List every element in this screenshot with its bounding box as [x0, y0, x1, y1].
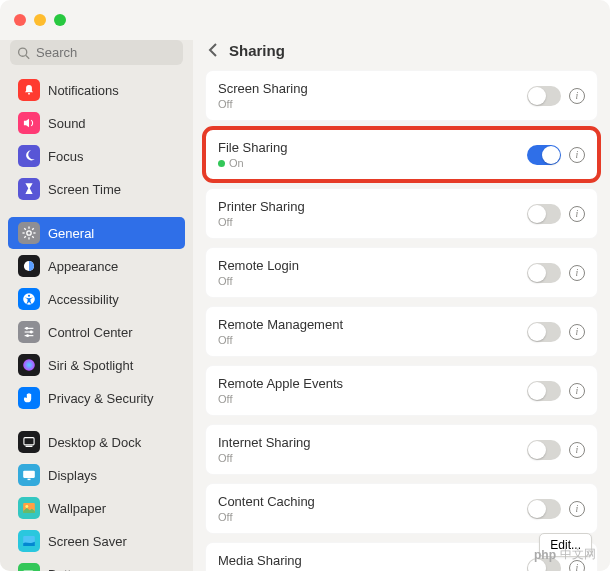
sidebar-item-label: Desktop & Dock — [48, 435, 141, 450]
sidebar-item-wallpaper[interactable]: Wallpaper — [8, 492, 185, 524]
toggle-remote-management[interactable] — [527, 322, 561, 342]
row-title: Remote Apple Events — [218, 376, 527, 391]
sound-icon — [18, 112, 40, 134]
sidebar-item-general[interactable]: General — [8, 217, 185, 249]
row-title: File Sharing — [218, 140, 527, 155]
sidebar-item-screensaver[interactable]: Screen Saver — [8, 525, 185, 557]
sidebar-item-battery[interactable]: Battery — [8, 558, 185, 571]
desktopdock-icon — [18, 431, 40, 453]
row-status: Off — [218, 511, 527, 523]
notifications-icon — [18, 79, 40, 101]
info-icon[interactable]: i — [569, 265, 585, 281]
sidebar-item-label: Screen Saver — [48, 534, 127, 549]
row-status: On — [218, 157, 527, 169]
toggle-printer-sharing[interactable] — [527, 204, 561, 224]
displays-icon — [18, 464, 40, 486]
page-title: Sharing — [229, 42, 285, 59]
info-icon[interactable]: i — [569, 501, 585, 517]
sidebar-item-desktopdock[interactable]: Desktop & Dock — [8, 426, 185, 458]
svg-point-14 — [28, 295, 30, 297]
toggle-file-sharing[interactable] — [527, 145, 561, 165]
row-status: Off — [218, 334, 527, 346]
close-button[interactable] — [14, 14, 26, 26]
info-icon[interactable]: i — [569, 147, 585, 163]
row-title: Screen Sharing — [218, 81, 527, 96]
row-status: Off — [218, 275, 527, 287]
sidebar-item-controlcenter[interactable]: Control Center — [8, 316, 185, 348]
toggle-remote-apple-events[interactable] — [527, 381, 561, 401]
search-field[interactable] — [10, 40, 183, 65]
row-title: Remote Management — [218, 317, 527, 332]
sidebar-item-label: Appearance — [48, 259, 118, 274]
svg-point-19 — [30, 331, 33, 334]
toggle-internet-sharing[interactable] — [527, 440, 561, 460]
minimize-button[interactable] — [34, 14, 46, 26]
focus-icon — [18, 145, 40, 167]
sidebar-item-label: Notifications — [48, 83, 119, 98]
sidebar-item-label: Screen Time — [48, 182, 121, 197]
row-title: Content Caching — [218, 494, 527, 509]
toggle-remote-login[interactable] — [527, 263, 561, 283]
sidebar-item-label: Siri & Spotlight — [48, 358, 133, 373]
window-controls — [14, 14, 66, 26]
sharing-row-internet-sharing: Internet SharingOffi — [205, 424, 598, 475]
info-icon[interactable]: i — [569, 560, 585, 572]
sidebar-item-appearance[interactable]: Appearance — [8, 250, 185, 282]
sharing-row-content-caching: Content CachingOffi — [205, 483, 598, 534]
sidebar-item-label: Control Center — [48, 325, 133, 340]
row-status: Off — [218, 216, 527, 228]
svg-line-1 — [26, 55, 29, 58]
row-status: Off — [218, 452, 527, 464]
screentime-icon — [18, 178, 40, 200]
toggle-media-sharing[interactable] — [527, 558, 561, 572]
svg-rect-22 — [24, 438, 34, 445]
sidebar-item-sound[interactable]: Sound — [8, 107, 185, 139]
info-icon[interactable]: i — [569, 383, 585, 399]
sidebar-item-focus[interactable]: Focus — [8, 140, 185, 172]
titlebar — [0, 0, 610, 40]
privacy-icon — [18, 387, 40, 409]
svg-rect-24 — [23, 471, 35, 478]
svg-point-21 — [23, 359, 35, 371]
sidebar-item-label: Privacy & Security — [48, 391, 153, 406]
svg-line-8 — [24, 228, 26, 230]
edit-hostname-button[interactable]: Edit... — [539, 533, 592, 557]
sidebar: NotificationsSoundFocusScreen TimeGenera… — [0, 40, 193, 571]
info-icon[interactable]: i — [569, 442, 585, 458]
sidebar-item-notifications[interactable]: Notifications — [8, 74, 185, 106]
settings-window: NotificationsSoundFocusScreen TimeGenera… — [0, 0, 610, 571]
info-icon[interactable]: i — [569, 324, 585, 340]
row-title: Internet Sharing — [218, 435, 527, 450]
appearance-icon — [18, 255, 40, 277]
toggle-content-caching[interactable] — [527, 499, 561, 519]
svg-line-10 — [24, 236, 26, 238]
general-icon — [18, 222, 40, 244]
svg-point-20 — [26, 334, 29, 337]
back-button[interactable] — [207, 42, 219, 58]
row-title: Remote Login — [218, 258, 527, 273]
svg-point-3 — [27, 231, 31, 235]
svg-rect-23 — [25, 446, 32, 447]
controlcenter-icon — [18, 321, 40, 343]
sidebar-item-displays[interactable]: Displays — [8, 459, 185, 491]
zoom-button[interactable] — [54, 14, 66, 26]
sidebar-item-label: Battery — [48, 567, 89, 572]
sidebar-item-label: Wallpaper — [48, 501, 106, 516]
sharing-row-remote-login: Remote LoginOffi — [205, 247, 598, 298]
svg-line-11 — [32, 228, 34, 230]
search-input[interactable] — [10, 40, 183, 65]
sidebar-item-label: Focus — [48, 149, 83, 164]
toggle-screen-sharing[interactable] — [527, 86, 561, 106]
sharing-row-remote-apple-events: Remote Apple EventsOffi — [205, 365, 598, 416]
sidebar-item-privacy[interactable]: Privacy & Security — [8, 382, 185, 414]
row-status: Off — [218, 393, 527, 405]
info-icon[interactable]: i — [569, 206, 585, 222]
sidebar-item-accessibility[interactable]: Accessibility — [8, 283, 185, 315]
screensaver-icon — [18, 530, 40, 552]
sidebar-item-siri[interactable]: Siri & Spotlight — [8, 349, 185, 381]
siri-icon — [18, 354, 40, 376]
info-icon[interactable]: i — [569, 88, 585, 104]
sharing-row-screen-sharing: Screen SharingOffi — [205, 70, 598, 121]
sidebar-item-screentime[interactable]: Screen Time — [8, 173, 185, 205]
row-title: Printer Sharing — [218, 199, 527, 214]
